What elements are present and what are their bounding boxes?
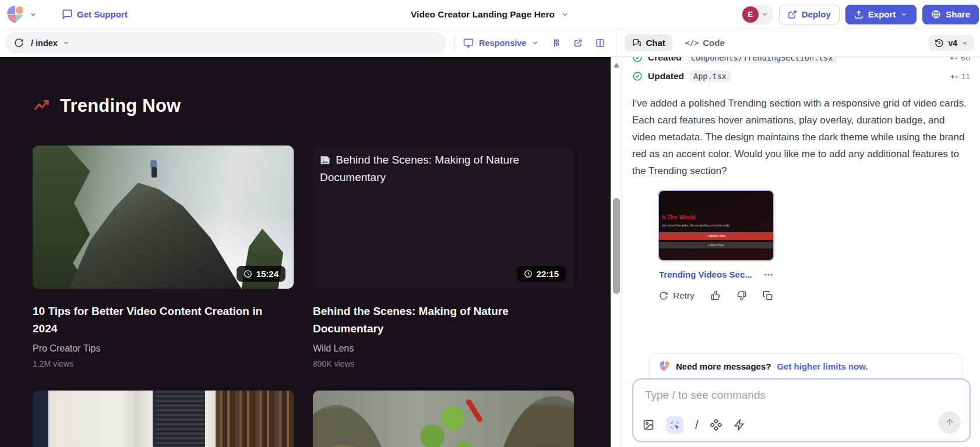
share-label: Share (946, 9, 970, 19)
retry-button[interactable]: Retry (659, 290, 695, 301)
toolbar: / index Responsive Chat </> Code v4 (0, 29, 980, 57)
preview-scrollbar[interactable] (611, 57, 621, 447)
video-card[interactable]: 15:24 10 Tips for Better Video Content C… (33, 146, 294, 368)
chat-pane: Created components/TrendingSection.tsx +… (621, 57, 980, 447)
app-logo-icon (660, 361, 670, 371)
file-status-row[interactable]: Created components/TrendingSection.tsx +… (632, 57, 971, 63)
diff-stats: +- 60 (950, 57, 971, 62)
deploy-label: Deploy (802, 9, 831, 19)
slash-command-icon[interactable]: / (695, 418, 699, 432)
app-logo-menu[interactable] (7, 6, 37, 23)
account-menu[interactable]: E (741, 5, 773, 24)
copy-button[interactable] (763, 290, 773, 301)
video-channel: Wild Lens (313, 343, 574, 354)
video-thumbnail[interactable] (33, 391, 294, 447)
responsive-selector[interactable]: Responsive (463, 38, 539, 48)
duration-badge: 22:15 (517, 266, 566, 282)
open-in-new-icon[interactable] (573, 38, 583, 48)
integrations-icon[interactable] (710, 419, 722, 431)
chat-input-box[interactable]: / (632, 378, 971, 442)
chevron-down-icon (761, 10, 769, 18)
retry-icon (659, 291, 668, 300)
arrow-up-icon (944, 417, 955, 428)
artifact-primary-cta: ↑ Upload a Video (659, 232, 773, 240)
code-icon: </> (685, 38, 699, 47)
scroll-up-arrow[interactable] (614, 63, 619, 68)
attach-image-icon[interactable] (643, 419, 654, 431)
get-support-link[interactable]: Get Support (62, 9, 128, 20)
file-status-row[interactable]: Updated App.tsx +- 11 (632, 70, 971, 82)
route-path: / index (31, 38, 58, 48)
generated-preview-thumbnail[interactable]: h The World ation around the globe. Join… (658, 190, 774, 261)
select-element-icon[interactable] (666, 416, 683, 434)
version-selector[interactable]: v4 (929, 35, 974, 51)
chat-bubble-icon (62, 9, 73, 20)
clock-icon (524, 269, 533, 278)
globe-icon (931, 9, 941, 19)
video-channel: Pro Creator Tips (33, 343, 294, 354)
scrollbar-thumb[interactable] (613, 198, 620, 294)
assistant-message: I've added a polished Trending section w… (632, 95, 967, 179)
get-support-label: Get Support (77, 9, 128, 19)
video-card[interactable]: Behind the Scenes: Making of Nature Docu… (313, 146, 574, 368)
chevron-down-icon (531, 39, 539, 47)
page-title: Video Creator Landing Page Hero (411, 9, 555, 20)
tab-code[interactable]: </> Code (678, 34, 732, 51)
trending-section-header: Trending Now (33, 95, 574, 116)
video-views: 890K views (313, 359, 574, 368)
video-thumbnail-broken[interactable]: Behind the Scenes: Making of Nature Docu… (313, 146, 574, 289)
chat-tab-icon (632, 38, 641, 48)
share-button[interactable]: Share (922, 5, 979, 24)
avatar: E (742, 6, 759, 23)
chat-input[interactable] (645, 389, 914, 402)
tab-chat[interactable]: Chat (625, 34, 672, 51)
thumbs-up-button[interactable] (710, 290, 721, 301)
export-button[interactable]: Export (845, 5, 917, 24)
thumbs-down-button[interactable] (736, 290, 747, 301)
upload-icon (854, 10, 863, 19)
trending-up-icon (33, 97, 50, 115)
tab-chat-label: Chat (646, 38, 665, 48)
video-title: Behind the Scenes: Making of Nature Docu… (313, 303, 542, 338)
components-icon[interactable] (551, 38, 561, 48)
chevron-down-icon (900, 10, 908, 18)
video-title: 10 Tips for Better Video Content Creatio… (33, 303, 262, 338)
limit-text: Need more messages? (676, 361, 771, 371)
upgrade-link[interactable]: Get higher limits now. (777, 361, 868, 371)
export-label: Export (868, 9, 896, 19)
video-thumbnail[interactable] (313, 391, 574, 447)
divider (454, 36, 455, 51)
chevron-down-icon (961, 40, 968, 47)
project-title-menu[interactable]: Video Creator Landing Page Hero (411, 9, 569, 20)
broken-image-icon (320, 155, 330, 165)
tab-code-label: Code (703, 38, 725, 48)
monitor-icon (463, 38, 474, 48)
send-button[interactable] (939, 411, 961, 434)
status-action: Updated (648, 71, 684, 81)
chevron-down-icon (62, 39, 70, 47)
deploy-button[interactable]: Deploy (779, 5, 840, 24)
artifact-caption-link[interactable]: Trending Videos Sec... (659, 269, 752, 279)
clock-icon (244, 269, 252, 278)
top-bar: Get Support Video Creator Landing Page H… (0, 0, 980, 29)
diff-stats: +- 11 (950, 72, 971, 81)
quick-actions-icon[interactable] (734, 419, 745, 431)
version-label: v4 (948, 38, 957, 48)
split-columns-icon[interactable] (595, 38, 605, 48)
limit-banner: Need more messages? Get higher limits no… (648, 353, 963, 379)
chevron-down-icon[interactable] (29, 10, 37, 19)
duration-badge: 15:24 (237, 266, 285, 282)
chevron-down-icon (560, 10, 569, 19)
more-options-icon[interactable]: ⋯ (764, 269, 774, 280)
artifact-subtext: ation around the globe. Join our growing… (659, 224, 773, 227)
retry-label: Retry (673, 290, 695, 301)
message-actions: Retry (659, 290, 971, 301)
file-chip: components/TrendingSection.tsx (687, 57, 837, 63)
refresh-icon[interactable] (14, 38, 24, 48)
external-link-icon (788, 10, 797, 19)
route-selector[interactable]: / index (31, 38, 70, 48)
history-icon (935, 38, 944, 48)
address-bar: / index (5, 32, 446, 54)
video-thumbnail[interactable]: 15:24 (33, 146, 294, 289)
check-circle-icon (632, 57, 643, 63)
